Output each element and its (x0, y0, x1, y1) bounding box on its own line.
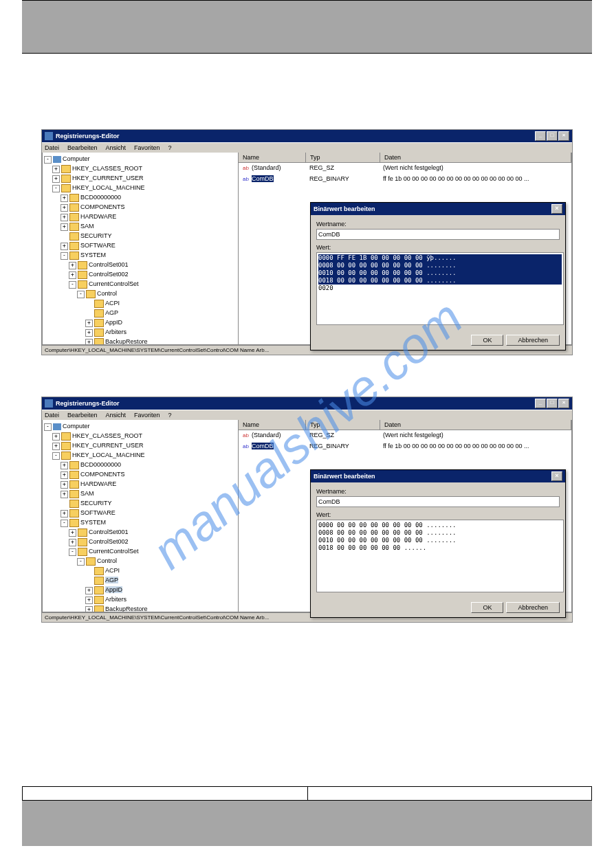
tree-node[interactable]: SOFTWARE (80, 242, 116, 249)
tree-node[interactable]: SOFTWARE (80, 509, 116, 516)
registry-tree[interactable]: -Computer+HKEY_CLASSES_ROOT+HKEY_CURRENT… (42, 153, 239, 345)
expand-icon[interactable]: - (69, 548, 76, 556)
tree-node[interactable]: COMPONENTS (80, 203, 125, 210)
hex-editor[interactable]: 0000 00 00 00 00 00 00 00 00 ........000… (316, 520, 564, 592)
tree-node[interactable]: SYSTEM (80, 252, 106, 258)
tree-node[interactable]: Arbiters (105, 329, 127, 335)
tree-node[interactable]: HKEY_LOCAL_MACHINE (72, 184, 145, 191)
tree-node[interactable]: HARDWARE (80, 213, 116, 220)
dialog-close-button[interactable]: × (551, 471, 562, 481)
menu-item[interactable]: Ansicht (106, 144, 127, 151)
expand-icon[interactable]: + (61, 471, 68, 479)
tree-node[interactable]: HKEY_LOCAL_MACHINE (72, 452, 145, 458)
expand-icon[interactable]: + (85, 329, 93, 337)
tree-node[interactable]: CurrentControlSet (89, 548, 139, 555)
tree-root[interactable]: Computer (63, 423, 90, 430)
tree-node[interactable]: COMPONENTS (80, 471, 125, 478)
ok-button[interactable]: OK (471, 335, 503, 346)
menu-item[interactable]: Bearbeiten (67, 412, 98, 419)
menu-item[interactable]: Favoriten (134, 412, 160, 419)
expand-icon[interactable]: + (69, 262, 76, 269)
tree-node[interactable]: HKEY_CURRENT_USER (72, 175, 144, 181)
expand-icon[interactable]: + (85, 339, 93, 345)
expand-icon[interactable]: + (69, 529, 76, 537)
expand-icon[interactable]: + (69, 271, 76, 279)
wertname-input[interactable] (316, 496, 560, 507)
expand-icon[interactable]: + (85, 606, 93, 612)
expand-icon[interactable]: + (61, 214, 68, 221)
close-button[interactable]: × (558, 399, 569, 408)
expand-icon[interactable]: + (61, 491, 68, 498)
tree-root[interactable]: Computer (63, 155, 90, 162)
tree-node[interactable]: Control (97, 557, 117, 564)
tree-node[interactable]: Arbiters (105, 596, 127, 603)
ok-button[interactable]: OK (471, 602, 503, 613)
tree-node[interactable]: HKEY_CLASSES_ROOT (72, 165, 142, 172)
list-row[interactable]: ab(Standard)REG_SZ(Wert nicht festgelegt… (239, 163, 571, 174)
expand-icon[interactable]: + (85, 587, 93, 594)
expand-icon[interactable]: + (61, 223, 68, 231)
expand-icon[interactable]: + (52, 175, 60, 183)
tree-node[interactable]: ControlSet001 (89, 261, 129, 268)
tree-node[interactable]: SYSTEM (80, 519, 106, 526)
expand-icon[interactable]: + (61, 243, 68, 250)
tree-node[interactable]: AppID (105, 586, 122, 593)
tree-node[interactable]: AGP (105, 577, 118, 583)
tree-node[interactable]: HKEY_CURRENT_USER (72, 442, 144, 449)
expand-icon[interactable]: - (77, 558, 85, 566)
expand-icon[interactable]: + (61, 462, 68, 469)
list-row[interactable]: abComDBREG_BINARYff fe 1b 00 00 00 00 00… (239, 174, 571, 185)
tree-node[interactable]: ControlSet001 (89, 528, 129, 535)
tree-node[interactable]: HKEY_CLASSES_ROOT (72, 432, 142, 439)
expand-icon[interactable]: + (69, 539, 76, 546)
expand-icon[interactable]: + (61, 510, 68, 518)
expand-icon[interactable]: - (61, 252, 68, 260)
expand-icon[interactable]: + (85, 597, 93, 604)
tree-node[interactable]: ACPI (105, 567, 120, 574)
tree-node[interactable]: BackupRestore (105, 338, 148, 345)
tree-node[interactable]: BCD00000000 (80, 461, 121, 468)
expand-icon[interactable]: + (85, 320, 93, 327)
tree-node[interactable]: HARDWARE (80, 480, 116, 487)
expand-icon[interactable]: + (52, 433, 60, 441)
menu-item[interactable]: Bearbeiten (67, 144, 98, 151)
tree-node[interactable]: Control (97, 290, 117, 297)
tree-node[interactable]: SECURITY (80, 500, 112, 507)
menu-item[interactable]: Ansicht (106, 412, 127, 419)
tree-node[interactable]: BCD00000000 (80, 194, 121, 201)
minimize-button[interactable]: _ (535, 131, 546, 141)
maximize-button[interactable]: □ (547, 131, 558, 141)
tree-node[interactable]: BackupRestore (105, 605, 148, 612)
list-row[interactable]: ab(Standard)REG_SZ(Wert nicht festgelegt… (239, 430, 571, 441)
dialog-close-button[interactable]: × (551, 204, 562, 214)
expand-icon[interactable]: - (52, 452, 60, 460)
wertname-input[interactable] (316, 229, 560, 240)
tree-node[interactable]: AppID (105, 319, 122, 326)
list-row[interactable]: abComDBREG_BINARYff fe 1b 00 00 00 00 00… (239, 441, 571, 452)
expand-icon[interactable]: + (61, 481, 68, 489)
menu-item[interactable]: ? (168, 412, 172, 419)
expand-icon[interactable]: - (69, 281, 76, 289)
expand-icon[interactable]: - (44, 156, 52, 164)
close-button[interactable]: × (558, 131, 569, 141)
expand-icon[interactable]: + (52, 166, 60, 173)
tree-node[interactable]: SAM (80, 223, 94, 230)
expand-icon[interactable]: - (44, 423, 52, 431)
tree-node[interactable]: ControlSet002 (89, 538, 129, 545)
expand-icon[interactable]: + (61, 204, 68, 212)
cancel-button[interactable]: Abbrechen (506, 335, 560, 346)
maximize-button[interactable]: □ (547, 399, 558, 408)
menu-item[interactable]: ? (168, 144, 172, 151)
tree-node[interactable]: AGP (105, 309, 118, 316)
tree-node[interactable]: ControlSet002 (89, 271, 129, 278)
menu-item[interactable]: Datei (45, 144, 59, 151)
tree-node[interactable]: CurrentControlSet (89, 280, 139, 287)
registry-tree[interactable]: -Computer+HKEY_CLASSES_ROOT+HKEY_CURRENT… (42, 420, 239, 612)
menu-item[interactable]: Datei (45, 412, 59, 419)
expand-icon[interactable]: + (61, 194, 68, 202)
expand-icon[interactable]: - (77, 291, 85, 298)
expand-icon[interactable]: - (52, 185, 60, 192)
tree-node[interactable]: SAM (80, 490, 94, 497)
expand-icon[interactable]: - (61, 520, 68, 527)
tree-node[interactable]: ACPI (105, 300, 120, 307)
